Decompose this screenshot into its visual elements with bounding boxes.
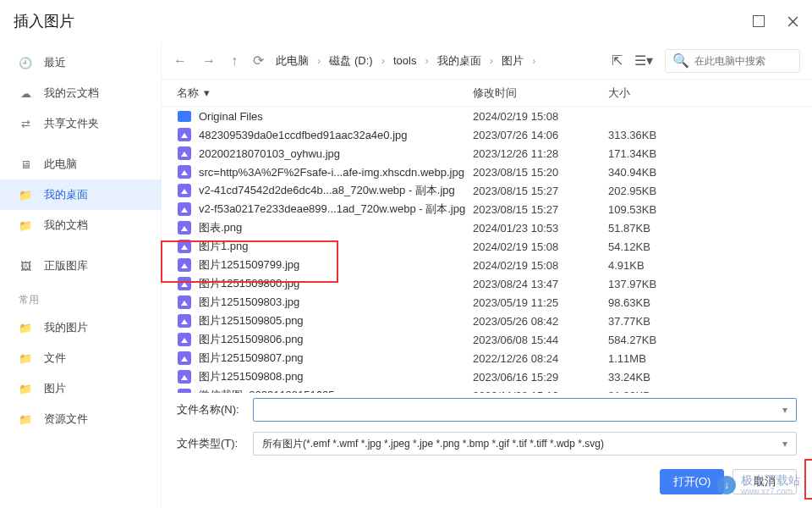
file-row[interactable]: 图片1.png2024/02/19 15:0854.12KB bbox=[162, 237, 812, 256]
file-row[interactable]: src=http%3A%2F%2Fsafe-i...afe-img.xhscdn… bbox=[162, 163, 812, 181]
filetype-select[interactable]: 所有图片(*.emf *.wmf *.jpg *.jpeg *.jpe *.pn… bbox=[253, 432, 797, 456]
cancel-button[interactable]: 取消 bbox=[732, 469, 797, 494]
sidebar-item-label: 我的桌面 bbox=[44, 187, 88, 202]
file-row[interactable]: 图表.png2024/01/23 10:5351.87KB bbox=[162, 218, 812, 237]
file-date: 2024/02/19 15:08 bbox=[473, 240, 608, 253]
sidebar-common-1[interactable]: 📁文件 bbox=[0, 343, 161, 373]
chevron-right-icon: › bbox=[490, 54, 493, 67]
file-name: Original Files bbox=[199, 110, 473, 123]
sidebar-common-3[interactable]: 📁资源文件 bbox=[0, 404, 161, 434]
sidebar-common-2[interactable]: 📁图片 bbox=[0, 373, 161, 404]
sidebar-item-label: 共享文件夹 bbox=[44, 116, 99, 131]
sidebar-common-0[interactable]: 📁我的图片 bbox=[0, 312, 161, 343]
new-folder-icon[interactable]: ⇱ bbox=[612, 52, 623, 69]
folder-icon: 📁 bbox=[19, 218, 32, 232]
column-headers[interactable]: 名称 ▾ 修改时间 大小 bbox=[162, 80, 812, 107]
file-date: 2024/02/19 15:08 bbox=[473, 110, 608, 123]
file-row[interactable]: 图片1251509800.jpg2023/08/24 13:47137.97KB bbox=[162, 274, 812, 293]
search-input[interactable]: 🔍 bbox=[665, 49, 800, 73]
file-name: 图表.png bbox=[199, 220, 473, 235]
sidebar-item-3[interactable]: 🖥此电脑 bbox=[0, 149, 161, 179]
crumb-2[interactable]: tools bbox=[393, 54, 416, 67]
crumb-3[interactable]: 我的桌面 bbox=[437, 53, 481, 69]
file-row[interactable]: 482309539da0e1ccdfbed91aac32a4e0.jpg2023… bbox=[162, 125, 812, 144]
image-file-icon bbox=[178, 258, 191, 272]
file-name: 图片1251509803.jpg bbox=[199, 295, 473, 310]
file-row[interactable]: v2-41cd74542d2de6dc4b...a8_720w.webp - 副… bbox=[162, 181, 812, 200]
image-file-icon bbox=[178, 165, 191, 179]
file-size: 54.12KB bbox=[608, 240, 797, 253]
crumb-4[interactable]: 图片 bbox=[502, 53, 524, 69]
image-file-icon bbox=[178, 240, 191, 253]
file-row[interactable]: Original Files2024/02/19 15:08 bbox=[162, 107, 812, 125]
file-list[interactable]: Original Files2024/02/19 15:08482309539d… bbox=[162, 107, 812, 393]
sidebar-item-label: 图片 bbox=[44, 381, 66, 396]
file-row[interactable]: 图片1251509799.jpg2024/02/19 15:084.91KB bbox=[162, 256, 812, 274]
image-file-icon bbox=[178, 146, 191, 160]
file-date: 2023/05/26 08:42 bbox=[473, 315, 608, 328]
file-row[interactable]: 20200218070103_oyhwu.jpg2023/12/26 11:28… bbox=[162, 144, 812, 163]
image-file-icon bbox=[178, 128, 191, 141]
file-name: 图片1251509805.png bbox=[199, 313, 473, 329]
sidebar-item-5[interactable]: 📁我的文档 bbox=[0, 210, 161, 240]
sort-icon: ▾ bbox=[204, 86, 210, 99]
sidebar-item-2[interactable]: ⇄共享文件夹 bbox=[0, 108, 161, 139]
file-row[interactable]: v2-f53a0217e233deae899...1ad_720w.webp -… bbox=[162, 200, 812, 218]
nav-back-icon[interactable]: ← bbox=[173, 53, 187, 69]
view-mode-icon[interactable]: ☰▾ bbox=[634, 52, 653, 69]
sidebar-item-label: 我的图片 bbox=[44, 320, 88, 335]
file-row[interactable]: 图片1251509806.png2023/06/08 15:44584.27KB bbox=[162, 330, 812, 349]
folder-icon: 📁 bbox=[19, 321, 32, 334]
file-date: 2023/06/08 15:44 bbox=[473, 334, 608, 346]
sidebar-item-1[interactable]: ☁我的云文档 bbox=[0, 78, 161, 108]
file-row[interactable]: 微信截图_20231128151605.png2023/11/28 15:168… bbox=[162, 386, 812, 393]
nav-up-icon[interactable]: ↑ bbox=[231, 53, 238, 69]
file-name: v2-41cd74542d2de6dc4b...a8_720w.webp - 副… bbox=[199, 183, 473, 198]
file-date: 2023/08/15 15:27 bbox=[473, 185, 608, 197]
file-date: 2024/01/23 10:53 bbox=[473, 222, 608, 235]
filename-label: 文件名称(N): bbox=[177, 402, 243, 417]
file-row[interactable]: 图片1251509803.jpg2023/05/19 11:2598.63KB bbox=[162, 293, 812, 312]
file-row[interactable]: 图片1251509807.png2022/12/26 08:241.11MB bbox=[162, 349, 812, 367]
nav-refresh-icon[interactable]: ⟳ bbox=[253, 52, 264, 69]
file-name: 482309539da0e1ccdfbed91aac32a4e0.jpg bbox=[199, 129, 473, 141]
maximize-button[interactable] bbox=[753, 15, 765, 27]
file-name: 图片1251509806.png bbox=[199, 332, 473, 347]
chevron-right-icon: › bbox=[317, 54, 321, 67]
sidebar-item-label: 此电脑 bbox=[44, 157, 77, 172]
share-icon: ⇄ bbox=[19, 117, 32, 130]
file-size: 202.95KB bbox=[608, 185, 797, 197]
crumb-0[interactable]: 此电脑 bbox=[276, 53, 309, 69]
file-name: v2-f53a0217e233deae899...1ad_720w.webp -… bbox=[199, 202, 473, 217]
file-size: 313.36KB bbox=[608, 129, 797, 141]
sidebar-item-label: 我的云文档 bbox=[44, 86, 99, 101]
folder-icon bbox=[178, 111, 191, 122]
image-file-icon bbox=[178, 295, 191, 309]
image-file-icon bbox=[178, 370, 191, 384]
file-name: 图片1251509808.png bbox=[199, 369, 473, 384]
sidebar-item-4[interactable]: 📁我的桌面 bbox=[0, 179, 161, 210]
nav-forward-icon[interactable]: → bbox=[202, 53, 216, 69]
file-name: 图片1251509800.jpg bbox=[199, 276, 473, 291]
crumb-1[interactable]: 磁盘 (D:) bbox=[329, 53, 372, 69]
clock-icon: 🕘 bbox=[19, 56, 32, 69]
sidebar-item-6[interactable]: 🖼正版图库 bbox=[0, 251, 161, 281]
breadcrumb[interactable]: 此电脑›磁盘 (D:)›tools›我的桌面›图片› bbox=[276, 53, 600, 69]
file-date: 2022/12/26 08:24 bbox=[473, 352, 608, 365]
chevron-right-icon: › bbox=[381, 54, 385, 67]
open-button[interactable]: 打开(O) bbox=[660, 469, 724, 494]
file-name: 图片1251509807.png bbox=[199, 351, 473, 366]
folder-icon: 📁 bbox=[19, 351, 32, 365]
monitor-icon: 🖥 bbox=[19, 157, 32, 171]
dialog-title: 插入图片 bbox=[14, 11, 753, 31]
sidebar-item-0[interactable]: 🕘最近 bbox=[0, 47, 161, 78]
file-size: 109.53KB bbox=[608, 203, 797, 216]
file-size: 584.27KB bbox=[608, 334, 797, 346]
file-row[interactable]: 图片1251509808.png2023/06/16 15:2933.24KB bbox=[162, 367, 812, 386]
close-button[interactable] bbox=[787, 15, 798, 27]
image-icon: 🖼 bbox=[19, 259, 32, 273]
file-row[interactable]: 图片1251509805.png2023/05/26 08:4237.77KB bbox=[162, 312, 812, 330]
file-size: 1.11MB bbox=[608, 352, 797, 365]
sidebar-item-label: 资源文件 bbox=[44, 411, 88, 427]
filename-input[interactable]: ▾ bbox=[253, 398, 797, 422]
